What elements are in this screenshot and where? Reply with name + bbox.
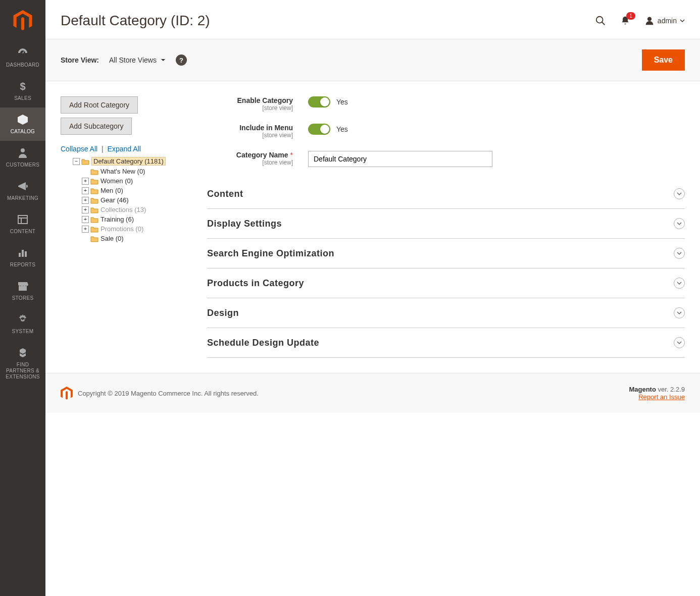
accordion-header[interactable]: Content (207, 179, 685, 208)
chevron-down-icon (680, 18, 685, 23)
folder-icon (90, 235, 98, 242)
chevron-down-icon (674, 188, 685, 199)
nav-label: DASHBOARD (2, 62, 43, 68)
svg-point-10 (647, 17, 652, 21)
customers-icon (17, 147, 29, 159)
notifications-button[interactable]: 1 (620, 15, 630, 26)
page-header: Default Category (ID: 2) 1 admin (45, 0, 700, 39)
tree-collapse-icon[interactable]: − (73, 158, 80, 165)
category-form: Enable Category [store view] Yes Include… (207, 96, 685, 358)
tree-node-root[interactable]: − Default Category (1181) (73, 156, 187, 167)
copyright-text: Copyright © 2019 Magento Commerce Inc. A… (78, 390, 259, 397)
accordion-section: Content (207, 179, 685, 209)
nav-label: FIND PARTNERS & EXTENSIONS (2, 362, 43, 380)
tree-node[interactable]: +Men (0) (82, 186, 187, 195)
magento-logo-small (61, 387, 73, 400)
search-button[interactable] (595, 15, 606, 26)
collapse-all-link[interactable]: Collapse All (61, 145, 97, 153)
nav-partners[interactable]: FIND PARTNERS & EXTENSIONS (0, 341, 45, 386)
nav-content[interactable]: CONTENT (0, 207, 45, 241)
folder-icon (90, 178, 98, 185)
accordion-header[interactable]: Search Engine Optimization (207, 239, 685, 268)
gear-icon (17, 313, 29, 326)
tree-node[interactable]: +Women (0) (82, 176, 187, 186)
tree-expand-icon[interactable]: + (82, 216, 89, 223)
tree-leaf-icon (82, 235, 89, 242)
category-tree-pane: Add Root Category Add Subcategory Collap… (61, 96, 187, 358)
include-in-menu-toggle[interactable] (308, 124, 330, 135)
user-name: admin (658, 17, 677, 25)
dashboard-icon (17, 47, 29, 59)
chevron-down-icon (674, 337, 685, 348)
page-title: Default Category (ID: 2) (61, 13, 210, 29)
accordion-section: Products in Category (207, 268, 685, 298)
chevron-down-icon (674, 218, 685, 229)
accordion-title: Content (207, 189, 243, 199)
tree-node[interactable]: +Training (6) (82, 214, 187, 224)
stores-icon (17, 280, 29, 292)
tree-expand-icon[interactable]: + (82, 187, 89, 194)
user-icon (644, 16, 655, 26)
nav-label: CATALOG (2, 129, 43, 135)
tree-actions: Collapse All | Expand All (61, 145, 187, 153)
nav-dashboard[interactable]: DASHBOARD (0, 41, 45, 74)
tree-label: Men (0) (101, 187, 123, 194)
tree-label: Gear (46) (101, 196, 129, 204)
accordion-title: Products in Category (207, 278, 304, 289)
page-footer: Copyright © 2019 Magento Commerce Inc. A… (45, 373, 700, 413)
tree-expand-icon[interactable]: + (82, 197, 89, 204)
toggle-value: Yes (336, 98, 348, 106)
folder-icon (90, 168, 98, 175)
required-star: * (290, 151, 293, 159)
nav-label: CONTENT (2, 229, 43, 235)
expand-all-link[interactable]: Expand All (108, 145, 141, 153)
add-subcategory-button[interactable]: Add Subcategory (61, 118, 132, 135)
user-menu[interactable]: admin (644, 16, 685, 26)
folder-icon (90, 197, 98, 204)
report-issue-link[interactable]: Report an Issue (638, 393, 685, 401)
nav-label: MARKETING (2, 195, 43, 201)
add-root-category-button[interactable]: Add Root Category (61, 96, 138, 114)
accordion-header[interactable]: Design (207, 298, 685, 328)
include-in-menu-label: Include in Menu (239, 124, 293, 132)
scope-label: [store view] (207, 104, 293, 112)
tree-node[interactable]: Sale (0) (82, 234, 187, 243)
tree-expand-icon[interactable]: + (82, 206, 89, 213)
tree-expand-icon[interactable]: + (82, 178, 89, 185)
nav-customers[interactable]: CUSTOMERS (0, 141, 45, 174)
catalog-icon (17, 114, 29, 126)
nav-system[interactable]: SYSTEM (0, 307, 45, 341)
tree-node[interactable]: +Collections (13) (82, 205, 187, 214)
store-view-select[interactable]: All Store Views (109, 56, 166, 64)
tree-node[interactable]: What's New (0) (82, 167, 187, 176)
accordion-header[interactable]: Schedule Design Update (207, 328, 685, 357)
tree-label: What's New (0) (101, 168, 145, 175)
folder-icon (90, 187, 98, 194)
admin-sidebar: DASHBOARD $ SALES CATALOG CUSTOMERS MARK… (0, 0, 45, 413)
accordion-header[interactable]: Products in Category (207, 268, 685, 298)
accordion-section: Design (207, 298, 685, 328)
folder-icon (90, 226, 98, 233)
product-name: Magento (629, 386, 656, 393)
nav-label: SYSTEM (2, 329, 43, 335)
nav-catalog[interactable]: CATALOG (0, 107, 45, 141)
save-button[interactable]: Save (642, 49, 685, 71)
nav-sales[interactable]: $ SALES (0, 74, 45, 107)
help-icon[interactable]: ? (176, 55, 187, 66)
accordion-header[interactable]: Display Settings (207, 209, 685, 238)
tree-expand-icon[interactable]: + (82, 226, 89, 233)
tree-node[interactable]: +Gear (46) (82, 195, 187, 205)
version-text: ver. 2.2.9 (656, 386, 685, 393)
chevron-down-icon (674, 278, 685, 289)
nav-marketing[interactable]: MARKETING (0, 174, 45, 207)
magento-logo[interactable] (13, 9, 33, 32)
store-view-label: Store View: (61, 56, 99, 64)
enable-category-toggle[interactable] (308, 96, 330, 107)
tree-node[interactable]: +Promotions (0) (82, 224, 187, 234)
category-name-input[interactable] (308, 151, 492, 167)
accordion-title: Design (207, 308, 239, 318)
svg-text:$: $ (20, 81, 25, 92)
tree-label: Sale (0) (101, 235, 124, 242)
nav-stores[interactable]: STORES (0, 274, 45, 307)
nav-reports[interactable]: REPORTS (0, 241, 45, 274)
